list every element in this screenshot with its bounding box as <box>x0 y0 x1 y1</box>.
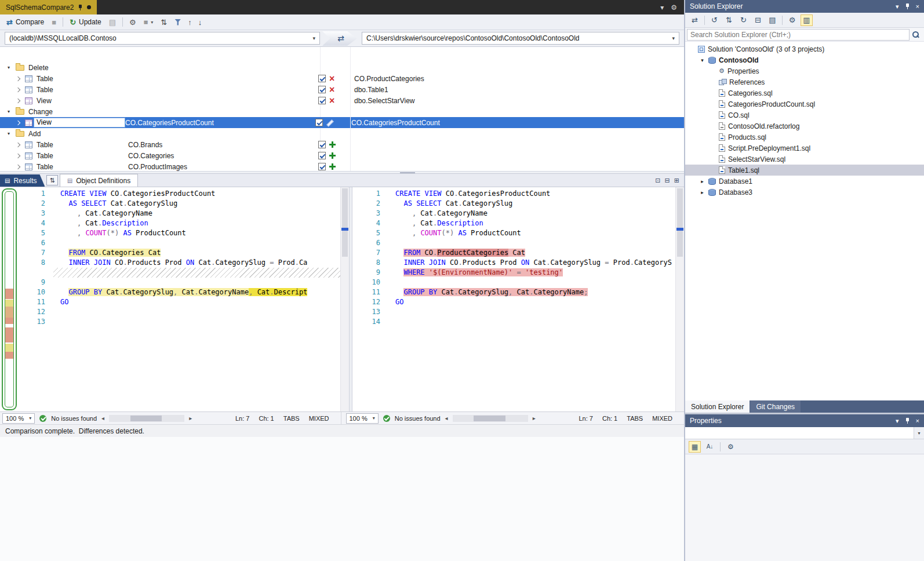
tree-item-script-predeployment1-sql[interactable]: Script.PreDeployment1.sql <box>685 143 924 154</box>
expand-chevron-icon[interactable] <box>16 164 20 169</box>
tab-object-definitions[interactable]: ▤ Object Definitions <box>60 174 139 187</box>
source-editor[interactable]: 12345678 910111213 CREATE VIEW CO.Catego… <box>17 187 349 411</box>
target-scrollbar[interactable] <box>675 187 684 411</box>
diff-overview-bar[interactable] <box>2 188 17 410</box>
search-input[interactable] <box>687 29 910 41</box>
compare-row-co-categoriesproductcount[interactable]: ViewCO.CategoriesProductCountCO.Categori… <box>0 117 684 128</box>
chevron-down-icon[interactable]: ▾ <box>914 427 924 439</box>
expand-chevron-icon[interactable] <box>16 142 20 147</box>
filter-button[interactable] <box>172 18 184 27</box>
scroll-right-icon[interactable]: ▸ <box>189 415 192 421</box>
collapse-triangle-icon[interactable]: ▾ <box>6 131 12 136</box>
expand-chevron-icon[interactable] <box>16 153 20 158</box>
chevron-down-icon[interactable]: ▾ <box>896 417 899 425</box>
include-checkbox[interactable] <box>318 141 326 148</box>
properties-button[interactable]: ⚙ <box>786 14 798 26</box>
tree-item-categoriesproductcount-sql[interactable]: CategoriesProductCount.sql <box>685 99 924 110</box>
horizontal-splitter[interactable] <box>0 171 684 174</box>
tree-item-products-sql[interactable]: Products.sql <box>685 132 924 143</box>
include-checkbox[interactable] <box>315 119 323 126</box>
tab-solution-explorer[interactable]: Solution Explorer <box>685 400 750 413</box>
collapse-triangle-icon[interactable]: ▾ <box>6 109 12 114</box>
group-header-change[interactable]: ▾Change <box>0 106 684 117</box>
chevron-down-icon[interactable]: ▾ <box>896 3 899 10</box>
compare-row-co-productimages[interactable]: TableCO.ProductImages <box>0 161 684 171</box>
chevron-down-icon[interactable]: ▾ <box>667 35 675 41</box>
compare-row-co-brands[interactable]: TableCO.Brands <box>0 139 684 150</box>
preview-selected-items-toggle[interactable]: ▥ <box>801 14 813 26</box>
stop-comparison-button[interactable]: ■ <box>49 17 59 27</box>
solution-explorer-titlebar[interactable]: Solution Explorer ▾ × <box>685 0 924 13</box>
categorized-button[interactable]: ▦ <box>689 441 701 453</box>
expand-chevron-icon[interactable] <box>16 87 20 92</box>
pin-icon[interactable] <box>905 3 910 10</box>
source-hscrollbar[interactable] <box>109 415 184 422</box>
include-checkbox[interactable] <box>318 75 326 82</box>
source-scrollbar[interactable] <box>340 187 349 411</box>
collapse-all-button[interactable]: ⊟ <box>752 14 764 26</box>
include-checkbox[interactable] <box>318 86 326 93</box>
chevron-down-icon[interactable]: ▾ <box>308 35 315 41</box>
tree-item-table1-sql[interactable]: Table1.sql <box>685 165 924 176</box>
compare-row-co-productcategories[interactable]: Table×CO.ProductCategories <box>0 73 684 84</box>
tree-item-database1[interactable]: ▸Database1 <box>685 176 924 187</box>
include-checkbox[interactable] <box>318 97 326 104</box>
group-header-delete[interactable]: ▾Delete <box>0 62 684 73</box>
include-checkbox[interactable] <box>318 152 326 159</box>
window-dock-icon[interactable]: ⊟ <box>665 177 670 184</box>
tree-item-selectstarview-sql[interactable]: SelectStarView.sql <box>685 154 924 165</box>
window-float-icon[interactable]: ⊡ <box>655 177 660 184</box>
tab-git-changes[interactable]: Git Changes <box>750 400 801 413</box>
tree-item-categories-sql[interactable]: Categories.sql <box>685 88 924 99</box>
target-zoom-combo[interactable]: 100 % ▾ <box>346 413 379 424</box>
pin-icon[interactable] <box>78 4 83 11</box>
chevron-down-icon[interactable]: ▾ <box>660 3 664 12</box>
document-tab-sqlschemacompare[interactable]: SqlSchemaCompare2 <box>0 0 97 14</box>
alphabetical-button[interactable]: A↓ <box>704 441 716 453</box>
source-database-combo[interactable]: (localdb)\MSSQLLocalDB.Contoso ▾ <box>5 32 320 45</box>
group-header-add[interactable]: ▾Add <box>0 128 684 139</box>
properties-object-combo[interactable]: ▾ <box>685 427 924 439</box>
switch-views-button[interactable]: ⇅ <box>723 14 735 26</box>
tree-item-contosoold-refactorlog[interactable]: ContosoOld.refactorlog <box>685 121 924 132</box>
scroll-right-icon[interactable]: ▸ <box>533 415 536 421</box>
target-scrollbar-thumb[interactable] <box>677 188 683 257</box>
generate-script-button[interactable]: ▤ <box>106 17 119 27</box>
close-icon[interactable]: × <box>916 417 919 424</box>
tree-item-solution-contosoold-3-of-3-projects[interactable]: Solution 'ContosoOld' (3 of 3 projects) <box>685 43 924 54</box>
scroll-left-icon[interactable]: ◂ <box>445 415 448 421</box>
compare-row-dbo-table1[interactable]: Table×dbo.Table1 <box>0 84 684 95</box>
tree-expander-icon[interactable]: ▾ <box>699 57 705 63</box>
include-checkbox[interactable] <box>318 163 326 170</box>
scroll-left-icon[interactable]: ◂ <box>101 415 104 421</box>
search-icon[interactable] <box>912 31 920 39</box>
tree-item-references[interactable]: References <box>685 76 924 88</box>
show-all-files-button[interactable]: ▤ <box>766 14 779 26</box>
target-hscrollbar-thumb[interactable] <box>474 416 505 421</box>
source-zoom-combo[interactable]: 100 % ▾ <box>2 413 35 424</box>
group-sort-button[interactable]: ⇅ <box>158 17 170 27</box>
tab-results[interactable]: ▤ Results <box>0 174 45 187</box>
update-button[interactable]: ↻ Update <box>67 17 104 27</box>
compare-options-button[interactable]: ⚙ <box>126 17 139 27</box>
filter-dropdown-button[interactable]: ≡ ▾ <box>141 17 157 27</box>
target-project-combo[interactable]: C:\Users\drskwier\source\repos\ContosoOl… <box>362 32 679 45</box>
source-hscrollbar-thumb[interactable] <box>130 416 162 421</box>
pending-changes-filter-button[interactable]: ↺ <box>708 14 721 26</box>
switch-direction-button[interactable]: ⇄ <box>334 34 348 43</box>
compare-row-co-categories[interactable]: TableCO.Categories <box>0 150 684 161</box>
close-icon[interactable]: × <box>916 3 919 10</box>
properties-titlebar[interactable]: Properties ▾ × <box>685 414 924 427</box>
target-hscrollbar[interactable] <box>453 415 528 422</box>
tree-expander-icon[interactable]: ▸ <box>699 190 705 195</box>
gear-icon[interactable]: ⚙ <box>671 3 677 12</box>
target-code[interactable]: CREATE VIEW CO.CategoriesProductCount AS… <box>388 187 675 411</box>
tree-item-properties[interactable]: ⚙Properties <box>685 65 924 76</box>
compare-button[interactable]: ⇄ Compare <box>3 17 47 27</box>
results-sort-button[interactable]: ⇅ <box>46 175 57 185</box>
target-editor[interactable]: 1234567891011121314 CREATE VIEW CO.Categ… <box>352 187 684 411</box>
property-pages-button[interactable]: ⚙ <box>725 441 737 453</box>
refresh-button[interactable]: ↻ <box>737 14 750 26</box>
expand-chevron-icon[interactable] <box>16 98 20 103</box>
next-difference-button[interactable]: ↓ <box>196 17 205 27</box>
